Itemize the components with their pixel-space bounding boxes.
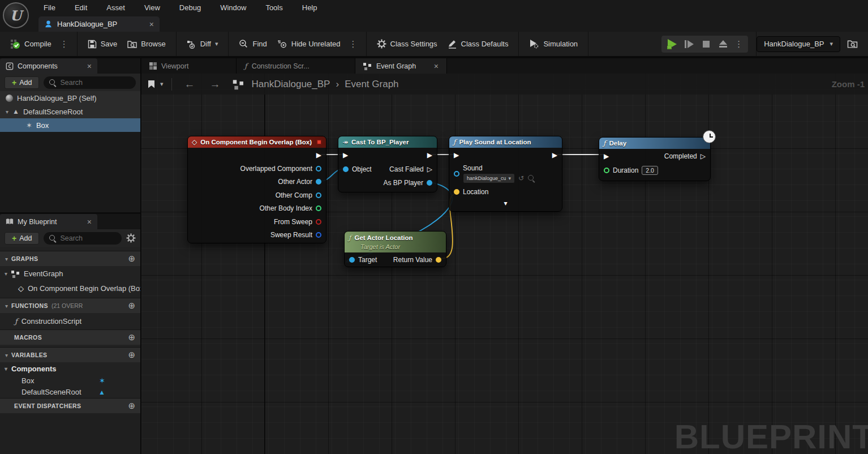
exec-out-pin[interactable] <box>316 152 321 159</box>
menu-help[interactable]: Help <box>293 3 327 12</box>
construction-script-item[interactable]: ConstructionScript <box>0 313 140 329</box>
tab-construction-script[interactable]: Construction Scr... <box>237 58 355 74</box>
settings-gear-icon[interactable] <box>126 233 136 243</box>
find-button[interactable]: Find <box>235 37 270 51</box>
collapse-arrow-icon[interactable] <box>5 366 7 372</box>
components-variable-group[interactable]: Components <box>0 362 140 375</box>
menu-debug[interactable]: Debug <box>170 3 210 12</box>
asset-tab[interactable]: HankDialogue_BP <box>38 16 160 32</box>
close-tab-icon[interactable] <box>149 20 154 28</box>
bookmark-icon[interactable] <box>148 80 154 88</box>
duration-value-field[interactable]: 2.0 <box>642 166 658 175</box>
add-variable-icon[interactable] <box>128 350 135 360</box>
add-blueprint-item-button[interactable]: + Add <box>5 232 39 245</box>
pin-other-comp[interactable] <box>316 192 321 198</box>
node-cast-to-bp-player[interactable]: Cast To BP_Player Object Cast Failed As … <box>338 136 437 192</box>
sound-asset-dropdown[interactable]: hankDialogue_cu <box>463 173 515 183</box>
pin-other-actor[interactable] <box>316 179 321 185</box>
node-expand-chevron-icon[interactable] <box>449 199 562 209</box>
pin-sound[interactable] <box>454 171 459 177</box>
node-header[interactable]: Get Actor Location Target is Actor <box>345 232 446 252</box>
exec-in-pin[interactable] <box>343 152 348 159</box>
nav-back-icon[interactable] <box>180 78 200 91</box>
variable-scene-root-item[interactable]: DefaultSceneRoot <box>0 386 140 398</box>
frame-skip-button[interactable] <box>682 37 697 51</box>
pin-location[interactable] <box>454 189 459 195</box>
macros-section-header[interactable]: MACROS <box>0 329 140 345</box>
bookmark-chevron-icon[interactable] <box>160 80 164 88</box>
pin-return-value[interactable] <box>436 257 441 263</box>
node-delay[interactable]: Delay Completed Duration 2.0 <box>599 137 711 181</box>
close-panel-icon[interactable] <box>87 62 92 70</box>
class-settings-button[interactable]: Class Settings <box>373 37 441 51</box>
completed-pin[interactable] <box>701 153 706 160</box>
components-panel-tab[interactable]: Components <box>0 58 97 74</box>
node-header[interactable]: Cast To BP_Player <box>338 136 437 148</box>
active-blueprint-dropdown[interactable]: HankDialogue_BP <box>757 36 840 52</box>
browse-to-asset-icon[interactable] <box>847 39 858 49</box>
variable-box-item[interactable]: Box <box>0 375 140 386</box>
node-header[interactable]: Play Sound at Location <box>449 136 562 148</box>
overlap-event-item[interactable]: On Component Begin Overlap (Box) <box>0 281 140 295</box>
play-options-icon[interactable] <box>733 39 745 49</box>
event-dispatchers-section-header[interactable]: EVENT DISPATCHERS <box>0 398 140 413</box>
tab-viewport[interactable]: Viewport <box>141 58 237 74</box>
node-get-actor-location[interactable]: Get Actor Location Target is Actor Targe… <box>344 231 446 267</box>
menu-asset[interactable]: Asset <box>97 3 135 12</box>
components-search-input[interactable] <box>60 79 131 87</box>
tree-row-box[interactable]: Box <box>0 118 140 132</box>
add-graph-icon[interactable] <box>128 254 135 264</box>
simulation-button[interactable]: Simulation <box>526 37 581 51</box>
save-button[interactable]: Save <box>84 37 121 51</box>
tree-row-scene-root[interactable]: DefaultSceneRoot <box>0 105 140 118</box>
blueprint-canvas[interactable]: On Component Begin Overlap (Box) Overlap… <box>141 74 868 454</box>
nav-forward-icon[interactable] <box>205 78 225 91</box>
event-graph-item[interactable]: EventGraph <box>0 266 140 281</box>
add-function-icon[interactable] <box>128 301 135 311</box>
compile-button[interactable]: Compile <box>7 37 55 52</box>
use-selected-asset-icon[interactable] <box>518 174 524 182</box>
graphs-section-header[interactable]: GRAPHS <box>0 251 140 266</box>
my-blueprint-search-input[interactable] <box>60 234 117 242</box>
pin-as-bp-player[interactable] <box>427 180 432 186</box>
diff-button[interactable]: Diff <box>183 37 222 51</box>
pin-duration[interactable] <box>604 168 609 173</box>
close-panel-icon[interactable] <box>87 218 92 226</box>
variables-section-header[interactable]: VARIABLES <box>0 347 140 362</box>
exec-out-pin[interactable] <box>427 152 432 159</box>
add-component-button[interactable]: + Add <box>5 76 39 89</box>
pin-overlapped-component[interactable] <box>316 166 321 172</box>
exec-in-pin[interactable] <box>604 153 609 160</box>
menu-file[interactable]: File <box>34 3 65 12</box>
eject-button[interactable] <box>716 37 731 51</box>
tree-row-self[interactable]: HankDialogue_BP (Self) <box>0 91 140 105</box>
components-search[interactable] <box>44 76 136 89</box>
node-header[interactable]: On Component Begin Overlap (Box) <box>188 136 326 148</box>
collapse-arrow-icon[interactable] <box>5 271 7 277</box>
browse-button[interactable]: Browse <box>124 37 169 51</box>
pin-from-sweep[interactable] <box>316 219 321 225</box>
add-macro-icon[interactable] <box>128 332 135 342</box>
menu-edit[interactable]: Edit <box>65 3 97 12</box>
cast-failed-pin[interactable] <box>427 166 432 173</box>
pin-other-body-index[interactable] <box>316 205 321 211</box>
add-event-dispatcher-icon[interactable] <box>128 401 135 411</box>
pin-sweep-result[interactable] <box>316 232 321 238</box>
collapse-arrow-icon[interactable] <box>5 303 8 309</box>
node-play-sound-at-location[interactable]: Play Sound at Location Sound hankDialogu… <box>449 136 562 212</box>
compile-options-icon[interactable] <box>58 39 70 49</box>
play-button[interactable] <box>665 37 680 51</box>
my-blueprint-panel-tab[interactable]: My Blueprint <box>0 214 97 229</box>
stop-button[interactable] <box>699 37 714 51</box>
functions-section-header[interactable]: FUNCTIONS (21 OVERR <box>0 298 140 313</box>
pin-target[interactable] <box>349 257 355 263</box>
exec-in-pin[interactable] <box>454 152 459 159</box>
my-blueprint-search[interactable] <box>44 232 122 245</box>
exec-out-pin[interactable] <box>552 152 557 159</box>
browse-asset-icon[interactable] <box>527 174 535 182</box>
class-defaults-button[interactable]: Class Defaults <box>444 37 512 51</box>
menu-view[interactable]: View <box>135 3 170 12</box>
node-begin-overlap[interactable]: On Component Begin Overlap (Box) Overlap… <box>187 136 326 243</box>
expand-arrow-icon[interactable] <box>6 109 8 115</box>
hide-unrelated-options-icon[interactable] <box>347 39 359 49</box>
